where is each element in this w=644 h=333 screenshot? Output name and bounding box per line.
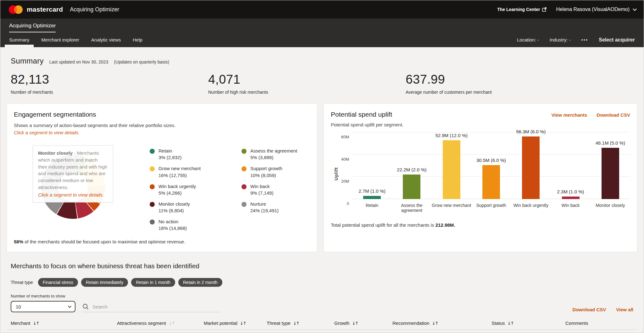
location-filter[interactable]: Location: - bbox=[517, 37, 539, 42]
x-axis-label: Monitor closely bbox=[591, 203, 630, 213]
threat-pill-retain-in-1-month[interactable]: Retain in 1 month bbox=[131, 278, 175, 287]
legend-item-support-growth[interactable]: Support growth10% (8,059) bbox=[242, 165, 310, 178]
bar-rect[interactable] bbox=[363, 196, 381, 199]
column-header-merchant: Merchant↓↑ bbox=[11, 320, 103, 326]
segment-tooltip: Monitor closely - Merchants which outper… bbox=[33, 145, 113, 203]
brand-name: mastercard bbox=[27, 6, 63, 13]
legend-label: No action bbox=[158, 219, 187, 225]
learning-center-link[interactable]: The Learning Center bbox=[497, 7, 547, 12]
search-input[interactable] bbox=[92, 304, 220, 309]
sort-icon[interactable]: ↓↑ bbox=[508, 321, 514, 326]
stat-label: Number of high risk merchants bbox=[208, 90, 406, 95]
legend-item-nurture[interactable]: Nurture24% (19,491) bbox=[242, 201, 310, 213]
legend-value: 9% (7,149) bbox=[250, 190, 273, 196]
bar-value-label: 2.7M (1.0 %) bbox=[358, 188, 386, 194]
bar-rect[interactable] bbox=[602, 148, 619, 199]
bar-rect[interactable] bbox=[443, 140, 460, 199]
sort-icon[interactable]: ↓↑ bbox=[169, 321, 175, 326]
nav-tab-merchant-explorer[interactable]: Merchant explorer bbox=[41, 32, 79, 47]
y-tick-label: 60M bbox=[341, 135, 349, 139]
legend-value: 5% (4,266) bbox=[158, 190, 196, 196]
bar-chart-plot: 020M40M60M2.7M (1.0 %)22.2M (2.0 %)52.9M… bbox=[352, 132, 630, 199]
sort-icon[interactable]: ↓↑ bbox=[33, 321, 39, 326]
column-header-comments: Comments bbox=[565, 320, 633, 326]
update-frequency-text: (Updates on quarterly basis) bbox=[114, 59, 169, 64]
legend-label: Win back bbox=[250, 183, 273, 190]
engagement-donut-chart[interactable]: Monitor closely - Merchants which outper… bbox=[14, 143, 150, 223]
y-tick-label: 40M bbox=[341, 157, 349, 161]
sub-header: Acquiring Optimizer SummaryMerchant expl… bbox=[0, 19, 644, 47]
legend-label: Retain bbox=[158, 148, 181, 154]
click-segment-link[interactable]: Click a segment to view details. bbox=[14, 130, 310, 135]
search-icon bbox=[82, 303, 89, 310]
merchants-count-select[interactable]: 10 bbox=[11, 301, 75, 312]
legend-item-monitor-closely[interactable]: Monitor closely11% (8,804) bbox=[150, 201, 242, 213]
legend-item-win-back[interactable]: Win back9% (7,149) bbox=[242, 183, 310, 196]
bar-assess-the-agreement[interactable]: 22.2M (2.0 %) bbox=[392, 132, 431, 199]
legend-item-assess-the-agreement[interactable]: Assess the agreement5% (3,889) bbox=[242, 148, 310, 160]
uplift-total-text: Total potential spend uplift for all the… bbox=[331, 222, 630, 228]
table-download-csv-link[interactable]: Download CSV bbox=[573, 307, 606, 312]
product-tab-acquiring-optimizer[interactable]: Acquiring Optimizer bbox=[9, 23, 56, 32]
engagement-footnote: 58% of the merchants should be focused u… bbox=[14, 239, 310, 244]
stat-value: 4,071 bbox=[208, 72, 406, 86]
uplift-subtitle: Potential spend uplift per segment. bbox=[331, 122, 630, 127]
bar-support-growth[interactable]: 30.5M (6.0 %) bbox=[471, 132, 511, 199]
bar-win-back[interactable]: 2.3M (1.0 %) bbox=[551, 132, 590, 199]
legend-value: 11% (8,804) bbox=[158, 208, 190, 213]
x-axis-label: Win back bbox=[551, 203, 590, 213]
potential-spend-uplift-card: Potential spend uplift View merchants Do… bbox=[324, 103, 637, 252]
threat-pill-retain-in-2-month[interactable]: Retain in 2 month bbox=[178, 278, 222, 287]
tooltip-cta-link[interactable]: Click a segment to view details. bbox=[38, 191, 108, 198]
legend-label: Grow new merchant bbox=[158, 165, 201, 172]
bar-rect[interactable] bbox=[562, 197, 580, 199]
bar-rect[interactable] bbox=[403, 175, 420, 199]
nav-tab-help[interactable]: Help bbox=[133, 32, 142, 47]
column-header-attractiveness-segment: Attractiveness segment↓↑ bbox=[117, 320, 204, 326]
sort-icon[interactable]: ↓↑ bbox=[352, 321, 358, 326]
y-tick-label: 20M bbox=[341, 179, 349, 184]
sort-icon[interactable]: ↓↑ bbox=[293, 321, 299, 326]
main-nav: SummaryMerchant explorerAnalytic viewsHe… bbox=[9, 32, 154, 47]
legend-label: Nurture bbox=[250, 201, 279, 207]
bar-retain[interactable]: 2.7M (1.0 %) bbox=[352, 132, 392, 199]
legend-value: 24% (19,491) bbox=[250, 208, 279, 213]
legend-item-grow-new-merchant[interactable]: Grow new merchant16% (12,755) bbox=[150, 165, 242, 178]
bar-value-label: 22.2M (2.0 %) bbox=[397, 167, 426, 172]
legend-item-no-action[interactable]: No action18% (14,868) bbox=[150, 219, 242, 231]
view-all-link[interactable]: View all bbox=[616, 307, 633, 312]
uplift-download-csv-link[interactable]: Download CSV bbox=[597, 112, 630, 118]
bar-rect[interactable] bbox=[522, 136, 540, 199]
legend-item-retain[interactable]: Retain3% (2,832) bbox=[150, 148, 242, 160]
legend-label: Assess the agreement bbox=[250, 148, 297, 154]
app-title: Acquiring Optimizer bbox=[70, 6, 119, 13]
top-header: mastercard Acquiring Optimizer The Learn… bbox=[0, 0, 644, 19]
sort-icon[interactable]: ↓↑ bbox=[240, 321, 246, 326]
legend-dot-icon bbox=[242, 184, 247, 189]
threat-pill-financial-stress[interactable]: Financial stress bbox=[38, 278, 78, 287]
select-acquirer-button[interactable]: Select acquirer bbox=[599, 37, 635, 43]
user-menu[interactable]: Helena Rasova (VisualAODemo) bbox=[556, 7, 636, 12]
nav-tab-summary[interactable]: Summary bbox=[9, 32, 29, 47]
legend-value: 3% (2,832) bbox=[158, 155, 181, 160]
legend-dot-icon bbox=[150, 202, 155, 207]
view-merchants-link[interactable]: View merchants bbox=[551, 112, 587, 118]
bar-monitor-closely[interactable]: 46.1M (5.0 %) bbox=[591, 132, 630, 199]
legend-item-win-back-urgently[interactable]: Win back urgently5% (4,266) bbox=[150, 183, 242, 196]
more-filters-button[interactable]: ••• bbox=[581, 37, 588, 42]
sort-icon[interactable]: ↓↑ bbox=[432, 321, 438, 326]
threat-section-title: Merchants to focus on where business thr… bbox=[7, 262, 637, 270]
column-header-threat-type: Threat type↓↑ bbox=[267, 320, 334, 326]
stat-average-number-of-customers-per-merchant: 637.99Average number of customers per me… bbox=[406, 72, 603, 95]
bar-rect[interactable] bbox=[482, 165, 500, 199]
engagement-segmentations-card: Engagement segmentations Shows a summary… bbox=[7, 103, 317, 252]
industry-filter[interactable]: Industry: - bbox=[550, 37, 571, 42]
x-axis-label: Assess the agreement bbox=[392, 203, 431, 213]
threat-pill-retain-immediately[interactable]: Retain immediately bbox=[81, 278, 128, 287]
engagement-card-description: Shows a summary of action-based segments… bbox=[14, 123, 310, 128]
legend-label: Win back urgently bbox=[158, 183, 196, 190]
bar-grow-new-merchant[interactable]: 52.9M (12.0 %) bbox=[432, 132, 471, 199]
y-tick-label: 0 bbox=[347, 201, 349, 206]
bar-win-back-urgently[interactable]: 56.3M (6.0 %) bbox=[511, 132, 551, 199]
nav-tab-analytic-views[interactable]: Analytic views bbox=[91, 32, 121, 47]
